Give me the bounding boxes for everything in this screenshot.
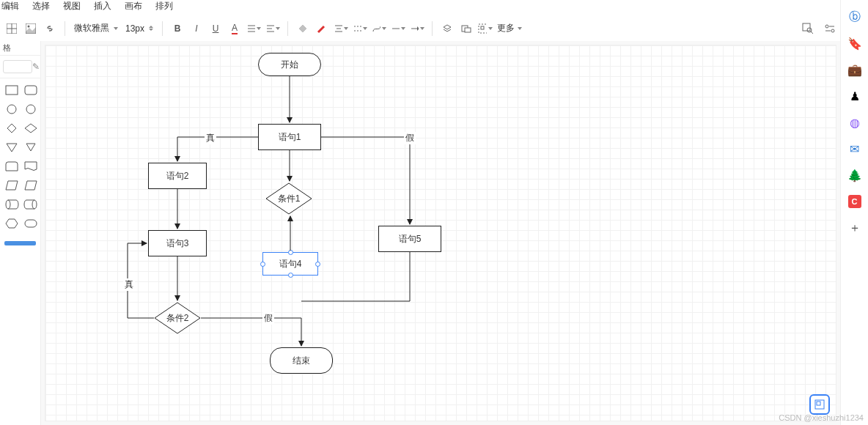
node-stmt4-label: 语句4 — [279, 258, 302, 270]
group-icon[interactable] — [478, 21, 493, 36]
canvas[interactable]: 开始 语句1 语句2 语句3 条件1 语句4 语句5 条件2 结束 — [45, 45, 836, 421]
panel-header: 格 — [0, 41, 40, 56]
italic-icon[interactable]: I — [189, 21, 204, 36]
chess-icon[interactable]: ♟ — [847, 88, 863, 104]
shape-triangle[interactable] — [23, 141, 38, 153]
menu-view[interactable]: 视图 — [63, 0, 81, 12]
shape-parallelogram2[interactable] — [23, 180, 38, 191]
node-start[interactable]: 开始 — [258, 53, 321, 76]
search-canvas-icon[interactable] — [801, 21, 815, 36]
underline-icon[interactable]: U — [208, 21, 223, 36]
node-cond1[interactable]: 条件1 — [265, 182, 312, 215]
node-cond2[interactable]: 条件2 — [154, 302, 201, 334]
canvas-wrap: 开始 语句1 语句2 语句3 条件1 语句4 语句5 条件2 结束 — [41, 41, 840, 425]
edge-label-true2: 真 — [123, 278, 135, 291]
add-icon[interactable]: ＋ — [847, 220, 863, 236]
more-label: 更多 — [497, 22, 515, 34]
shape-document[interactable] — [23, 160, 38, 172]
watermark: CSDN @xieshuzhi1234 — [779, 413, 864, 422]
distribute-icon[interactable] — [353, 21, 367, 36]
font-family-select[interactable]: 微软雅黑 — [73, 22, 119, 34]
refresh-icon[interactable]: ◍ — [847, 114, 863, 130]
shape-invtriangle[interactable] — [4, 141, 19, 153]
edge-label-true1: 真 — [205, 132, 216, 144]
shape-cylinder-h2[interactable] — [23, 199, 38, 210]
arrow-icon[interactable] — [410, 21, 424, 36]
layers-icon[interactable] — [440, 21, 455, 36]
menubar: 编辑 选择 视图 插入 画布 排列 — [0, 0, 868, 10]
line-height-icon[interactable] — [246, 21, 261, 36]
font-size-select[interactable]: 13px — [124, 23, 155, 34]
shape-search-input[interactable] — [3, 60, 32, 73]
stroke-color-icon[interactable] — [315, 21, 329, 36]
svg-rect-46 — [817, 402, 820, 405]
align-icon[interactable] — [265, 21, 280, 36]
outlook-icon[interactable]: ✉ — [847, 141, 863, 157]
node-end-label: 结束 — [293, 355, 310, 367]
briefcase-icon[interactable]: 💼 — [847, 62, 863, 78]
svg-rect-30 — [25, 86, 37, 95]
svg-rect-29 — [6, 86, 18, 95]
node-start-label: 开始 — [281, 59, 298, 71]
right-rail: ⓑ 🔖 💼 ♟ ◍ ✉ 🌲 C ＋ — [840, 0, 868, 425]
connector-icon[interactable] — [372, 21, 386, 36]
bing-icon[interactable]: ⓑ — [847, 9, 863, 25]
svg-point-33 — [6, 200, 10, 209]
menu-select[interactable]: 选择 — [32, 0, 50, 12]
fill-color-icon[interactable] — [295, 21, 310, 36]
menu-insert[interactable]: 插入 — [94, 0, 111, 12]
toolbar: 微软雅黑 13px B I U A 更多 — [0, 13, 868, 44]
bold-icon[interactable]: B — [170, 21, 185, 36]
menu-canvas[interactable]: 画布 — [125, 0, 142, 12]
shape-square[interactable] — [4, 84, 19, 96]
node-end[interactable]: 结束 — [270, 347, 333, 374]
shape-diamond[interactable] — [23, 122, 38, 134]
shape-tab[interactable] — [4, 160, 19, 172]
svg-rect-22 — [803, 23, 810, 31]
svg-rect-19 — [465, 28, 471, 32]
panel-accent — [4, 241, 36, 245]
align-objects-icon[interactable] — [334, 21, 348, 36]
image-icon[interactable] — [23, 21, 38, 36]
svg-point-36 — [32, 200, 37, 209]
font-size-label: 13px — [125, 23, 144, 34]
shape-rounded[interactable] — [23, 84, 38, 96]
font-size-stepper[interactable] — [149, 26, 153, 31]
menu-edit[interactable]: 编辑 — [1, 0, 19, 12]
node-stmt2[interactable]: 语句2 — [148, 163, 207, 189]
shape-circle[interactable] — [23, 103, 38, 115]
node-stmt1[interactable]: 语句1 — [258, 124, 321, 150]
menu-arrange[interactable]: 排列 — [155, 0, 173, 12]
shape-capsule[interactable] — [23, 218, 38, 229]
minimap-toggle[interactable] — [809, 394, 830, 415]
line-style-icon[interactable] — [391, 21, 405, 36]
node-cond1-label: 条件1 — [278, 193, 301, 205]
font-family-label: 微软雅黑 — [74, 22, 109, 34]
svg-point-25 — [825, 25, 828, 28]
link-icon[interactable] — [43, 21, 57, 36]
svg-point-32 — [26, 105, 35, 114]
shape-hexagon[interactable] — [4, 218, 19, 229]
svg-rect-39 — [25, 220, 37, 227]
node-stmt2-label: 语句2 — [166, 170, 189, 182]
node-stmt4[interactable]: 语句4 — [262, 252, 318, 276]
more-button[interactable]: 更多 — [497, 22, 522, 34]
order-icon[interactable] — [459, 21, 474, 36]
edge-label-false1: 假 — [404, 132, 416, 144]
shape-panel: 格 ✎ — [0, 41, 41, 425]
shape-diamond-small[interactable] — [4, 122, 19, 134]
node-stmt5[interactable]: 语句5 — [378, 226, 441, 252]
grid-icon[interactable] — [4, 21, 19, 36]
app-c-icon[interactable]: C — [847, 193, 863, 210]
font-color-icon[interactable]: A — [227, 21, 242, 36]
svg-rect-20 — [479, 24, 487, 33]
shape-ellipse[interactable] — [4, 103, 19, 115]
tag-icon[interactable]: 🔖 — [847, 35, 863, 51]
shape-parallelogram[interactable] — [4, 180, 19, 191]
svg-point-4 — [28, 25, 30, 27]
settings-icon[interactable] — [823, 21, 837, 36]
pencil-icon[interactable]: ✎ — [32, 62, 40, 72]
node-stmt3[interactable]: 语句3 — [148, 230, 207, 256]
tree-icon[interactable]: 🌲 — [847, 167, 863, 183]
shape-cylinder-h[interactable] — [4, 199, 19, 210]
